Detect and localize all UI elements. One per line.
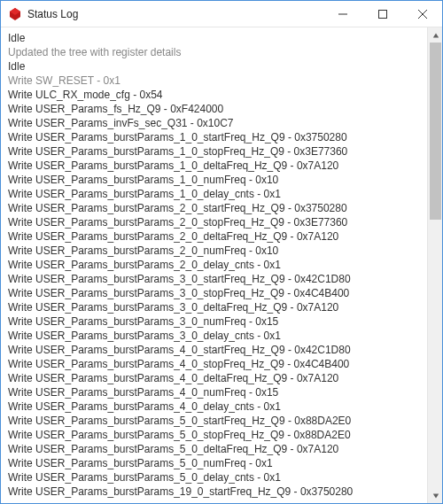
log-content: IdleUpdated the tree with register detai…: [1, 27, 427, 503]
log-line: Write USER_Params_burstParams_5_0_delay_…: [8, 470, 422, 485]
log-line: Write ULC_RX_mode_cfg - 0x54: [8, 88, 422, 102]
log-line: Write USER_Params_burstParams_5_0_numFre…: [8, 456, 422, 470]
log-line: Write USER_Params_invFs_sec_Q31 - 0x10C7: [8, 116, 422, 130]
scroll-thumb[interactable]: [430, 43, 441, 220]
window-controls: [323, 1, 442, 27]
log-line: Idle: [8, 59, 422, 74]
log-line: Write USER_Params_burstParams_3_0_startF…: [8, 272, 422, 286]
log-line: Write USER_Params_burstParams_2_0_numFre…: [8, 244, 422, 258]
log-line: Write USER_Params_burstParams_3_0_numFre…: [8, 314, 422, 329]
log-line: Write USER_Params_burstParams_2_0_startF…: [8, 201, 422, 215]
log-line: Write USER_Params_burstParams_5_0_startF…: [8, 414, 422, 428]
scroll-down-button[interactable]: [428, 488, 443, 503]
log-line: Write USER_Params_burstParams_4_0_delay_…: [8, 399, 422, 414]
scroll-up-button[interactable]: [428, 27, 443, 43]
log-line: Write USER_Params_burstParams_1_0_stopFr…: [8, 144, 422, 159]
log-line: Write USER_Params_burstParams_2_0_delay_…: [8, 258, 422, 272]
log-line: Write USER_Params_burstParams_1_0_delay_…: [8, 187, 422, 201]
log-line: Write USER_Params_burstParams_2_0_deltaF…: [8, 229, 422, 244]
log-line: Write USER_Params_burstParams_5_0_deltaF…: [8, 442, 422, 456]
app-icon: [8, 7, 22, 21]
log-line: Write USER_Params_burstParams_3_0_deltaF…: [8, 300, 422, 314]
minimize-button[interactable]: [323, 1, 362, 27]
log-line: Idle: [8, 31, 422, 45]
window-title: Status Log: [27, 8, 323, 20]
log-line: Write SW_RESET - 0x1: [8, 74, 422, 88]
maximize-button[interactable]: [362, 1, 402, 27]
log-line: Write USER_Params_burstParams_5_0_stopFr…: [8, 428, 422, 442]
log-line: Updated the tree with register details: [8, 45, 422, 59]
log-line: Write USER_Params_burstParams_19_0_start…: [8, 485, 422, 499]
log-line: Write USER_Params_burstParams_4_0_stopFr…: [8, 357, 422, 371]
log-line: Write USER_Params_burstParams_1_0_startF…: [8, 130, 422, 144]
close-button[interactable]: [402, 1, 442, 27]
log-container: IdleUpdated the tree with register detai…: [1, 27, 442, 503]
log-line: Write USER_Params_burstParams_3_0_delay_…: [8, 329, 422, 343]
log-line: Write USER_Params_burstParams_4_0_numFre…: [8, 385, 422, 399]
log-line: Write USER_Params_burstParams_4_0_startF…: [8, 343, 422, 357]
log-line: Write USER_Params_fs_Hz_Q9 - 0xF424000: [8, 102, 422, 116]
titlebar[interactable]: Status Log: [1, 1, 442, 27]
log-line: Write USER_Params_burstParams_1_0_deltaF…: [8, 159, 422, 173]
log-line: Write USER_Params_burstParams_3_0_stopFr…: [8, 286, 422, 300]
log-line: Write USER_Params_burstParams_2_0_stopFr…: [8, 215, 422, 229]
log-line: Write USER_Params_burstParams_4_0_deltaF…: [8, 371, 422, 385]
log-line: Write USER_Params_burstParams_1_0_numFre…: [8, 173, 422, 187]
svg-rect-2: [378, 10, 386, 18]
vertical-scrollbar[interactable]: [427, 27, 442, 503]
